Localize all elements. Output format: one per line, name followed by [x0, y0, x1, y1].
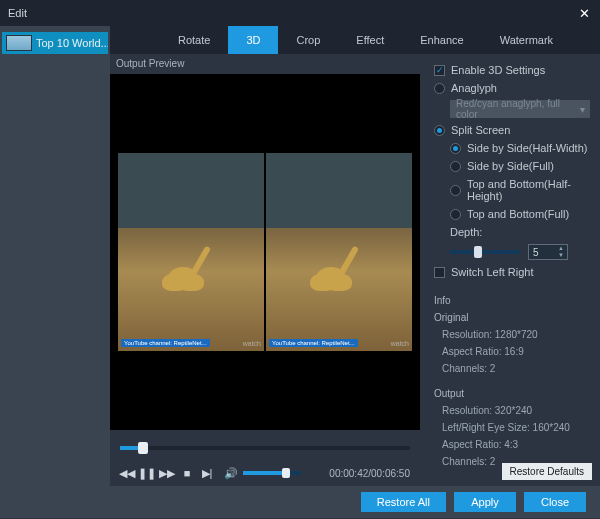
titlebar: Edit ✕ [0, 0, 600, 26]
playback-controls: ◀◀ ❚❚ ▶▶ ■ ▶| 🔊 00:00:42/00:06:50 [120, 466, 410, 480]
restore-all-button[interactable]: Restore All [361, 492, 446, 512]
output-aspect: Aspect Ratio: 4:3 [434, 436, 590, 453]
close-icon[interactable]: ✕ [579, 6, 590, 21]
settings-panel: Enable 3D Settings Anaglyph Red/cyan ana… [420, 54, 600, 486]
sbs-half-radio[interactable] [450, 143, 461, 154]
tab-half-label: Top and Bottom(Half-Height) [467, 178, 590, 202]
tab-full-radio[interactable] [450, 209, 461, 220]
window-title: Edit [8, 7, 27, 19]
pause-button[interactable]: ❚❚ [140, 466, 154, 480]
sidebar-item-label: Top 10 World... [36, 37, 108, 49]
depth-down-icon[interactable]: ▼ [556, 252, 566, 259]
close-button[interactable]: Close [524, 492, 586, 512]
original-aspect: Aspect Ratio: 16:9 [434, 343, 590, 360]
switch-lr-label: Switch Left Right [451, 266, 534, 278]
sbs-half-label: Side by Side(Half-Width) [467, 142, 587, 154]
prev-button[interactable]: ◀◀ [120, 466, 134, 480]
original-channels: Channels: 2 [434, 360, 590, 377]
tab-half-radio[interactable] [450, 185, 461, 196]
anaglyph-select[interactable]: Red/cyan anaglyph, full color [450, 100, 590, 118]
seek-slider[interactable] [120, 446, 410, 450]
tab-full-label: Top and Bottom(Full) [467, 208, 569, 220]
output-resolution: Resolution: 320*240 [434, 402, 590, 419]
output-eye-size: Left/Right Eye Size: 160*240 [434, 419, 590, 436]
apply-button[interactable]: Apply [454, 492, 516, 512]
restore-defaults-button[interactable]: Restore Defaults [502, 463, 592, 480]
watermark-text: watch [243, 340, 261, 347]
next-button[interactable]: ▶▶ [160, 466, 174, 480]
tab-watermark[interactable]: Watermark [482, 26, 571, 54]
right-eye-frame: YouTube channel: ReptileNet... watch [266, 153, 412, 351]
footer: Restore All Apply Close [0, 486, 600, 518]
preview-pane: Output Preview YouTube channel: ReptileN… [110, 54, 420, 486]
tab-3d[interactable]: 3D [228, 26, 278, 54]
info-header: Info [434, 292, 590, 309]
original-resolution: Resolution: 1280*720 [434, 326, 590, 343]
original-header: Original [434, 309, 590, 326]
tab-effect[interactable]: Effect [338, 26, 402, 54]
split-screen-label: Split Screen [451, 124, 510, 136]
depth-label: Depth: [450, 226, 482, 238]
enable-3d-checkbox[interactable] [434, 65, 445, 76]
depth-slider[interactable] [450, 250, 520, 254]
depth-input[interactable]: 5 ▲▼ [528, 244, 568, 260]
sidebar-item-video[interactable]: Top 10 World... [2, 32, 108, 54]
sbs-full-radio[interactable] [450, 161, 461, 172]
file-sidebar: Top 10 World... [0, 26, 110, 486]
anaglyph-radio[interactable] [434, 83, 445, 94]
tab-bar: Rotate 3D Crop Effect Enhance Watermark [110, 26, 600, 54]
video-preview: YouTube channel: ReptileNet... watch You… [110, 74, 420, 430]
video-thumbnail [6, 35, 32, 51]
preview-label: Output Preview [116, 58, 184, 69]
depth-up-icon[interactable]: ▲ [556, 245, 566, 252]
tab-rotate[interactable]: Rotate [160, 26, 228, 54]
enable-3d-label: Enable 3D Settings [451, 64, 545, 76]
source-badge: YouTube channel: ReptileNet... [269, 339, 358, 347]
info-block: Info Original Resolution: 1280*720 Aspec… [434, 292, 590, 470]
time-display: 00:00:42/00:06:50 [329, 468, 410, 479]
edit-window: Edit ✕ Top 10 World... Rotate 3D Crop Ef… [0, 0, 600, 519]
stop-button[interactable]: ■ [180, 466, 194, 480]
sbs-full-label: Side by Side(Full) [467, 160, 554, 172]
tab-enhance[interactable]: Enhance [402, 26, 481, 54]
output-header: Output [434, 385, 590, 402]
tab-crop[interactable]: Crop [278, 26, 338, 54]
step-button[interactable]: ▶| [200, 466, 214, 480]
volume-icon[interactable]: 🔊 [224, 466, 238, 480]
switch-lr-checkbox[interactable] [434, 267, 445, 278]
left-eye-frame: YouTube channel: ReptileNet... watch [118, 153, 264, 351]
source-badge: YouTube channel: ReptileNet... [121, 339, 210, 347]
watermark-text: watch [391, 340, 409, 347]
volume-slider[interactable] [243, 471, 301, 475]
anaglyph-label: Anaglyph [451, 82, 497, 94]
split-screen-radio[interactable] [434, 125, 445, 136]
